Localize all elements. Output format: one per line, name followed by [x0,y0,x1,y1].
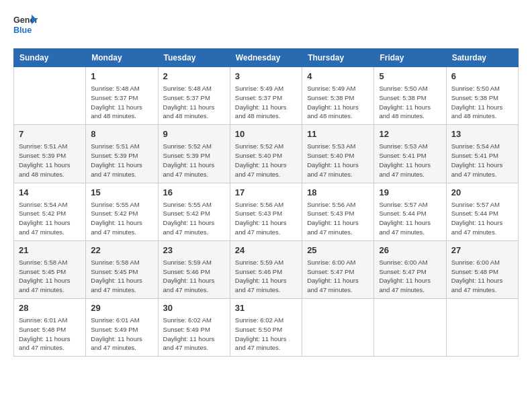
page-header: GeneralBlue [13,13,519,38]
day-number: 8 [91,128,152,140]
day-cell: 28Sunrise: 6:01 AM Sunset: 5:48 PM Dayli… [14,299,86,357]
col-header-monday: Monday [86,49,158,67]
day-cell: 26Sunrise: 6:00 AM Sunset: 5:47 PM Dayli… [374,240,446,298]
day-info: Sunrise: 5:59 AM Sunset: 5:46 PM Dayligh… [163,258,225,295]
day-cell: 14Sunrise: 5:54 AM Sunset: 5:42 PM Dayli… [14,183,86,240]
day-info: Sunrise: 5:52 AM Sunset: 5:40 PM Dayligh… [235,142,297,179]
day-cell [374,299,446,357]
day-info: Sunrise: 6:02 AM Sunset: 5:49 PM Dayligh… [163,316,225,353]
calendar-table: SundayMondayTuesdayWednesdayThursdayFrid… [13,48,519,357]
day-number: 29 [91,302,152,314]
day-cell: 22Sunrise: 5:58 AM Sunset: 5:45 PM Dayli… [86,240,158,298]
day-number: 26 [379,244,441,257]
day-info: Sunrise: 5:58 AM Sunset: 5:45 PM Dayligh… [91,258,152,295]
day-cell: 16Sunrise: 5:55 AM Sunset: 5:42 PM Dayli… [158,183,230,240]
day-number: 25 [307,244,369,257]
day-number: 1 [91,71,152,83]
day-info: Sunrise: 6:01 AM Sunset: 5:48 PM Dayligh… [19,316,81,353]
day-number: 5 [379,71,441,83]
day-cell: 30Sunrise: 6:02 AM Sunset: 5:49 PM Dayli… [158,299,230,357]
day-info: Sunrise: 5:55 AM Sunset: 5:42 PM Dayligh… [163,200,225,237]
day-number: 18 [307,187,369,199]
day-info: Sunrise: 5:56 AM Sunset: 5:43 PM Dayligh… [307,200,369,237]
day-number: 19 [379,187,441,199]
day-info: Sunrise: 5:48 AM Sunset: 5:37 PM Dayligh… [163,84,225,121]
day-number: 31 [235,302,297,314]
day-cell: 9Sunrise: 5:52 AM Sunset: 5:39 PM Daylig… [158,125,230,183]
col-header-saturday: Saturday [446,49,518,67]
day-number: 3 [235,71,297,83]
day-number: 2 [163,71,225,83]
day-cell: 31Sunrise: 6:02 AM Sunset: 5:50 PM Dayli… [230,299,302,357]
day-cell: 1Sunrise: 5:48 AM Sunset: 5:37 PM Daylig… [86,67,158,125]
day-cell: 20Sunrise: 5:57 AM Sunset: 5:44 PM Dayli… [446,183,518,240]
day-info: Sunrise: 5:53 AM Sunset: 5:40 PM Dayligh… [307,142,369,179]
day-info: Sunrise: 5:57 AM Sunset: 5:44 PM Dayligh… [451,200,513,237]
day-cell: 18Sunrise: 5:56 AM Sunset: 5:43 PM Dayli… [302,183,374,240]
day-cell: 6Sunrise: 5:50 AM Sunset: 5:38 PM Daylig… [446,67,518,125]
logo: GeneralBlue [13,13,38,38]
day-info: Sunrise: 6:00 AM Sunset: 5:48 PM Dayligh… [451,258,513,295]
day-number: 11 [307,128,369,140]
day-cell: 7Sunrise: 5:51 AM Sunset: 5:39 PM Daylig… [14,125,86,183]
day-number: 30 [163,302,225,314]
day-cell: 12Sunrise: 5:53 AM Sunset: 5:41 PM Dayli… [374,125,446,183]
day-cell: 4Sunrise: 5:49 AM Sunset: 5:38 PM Daylig… [302,67,374,125]
day-cell: 5Sunrise: 5:50 AM Sunset: 5:38 PM Daylig… [374,67,446,125]
day-cell: 17Sunrise: 5:56 AM Sunset: 5:43 PM Dayli… [230,183,302,240]
col-header-sunday: Sunday [14,49,86,67]
day-info: Sunrise: 5:53 AM Sunset: 5:41 PM Dayligh… [379,142,441,179]
day-number: 22 [91,244,152,257]
day-number: 21 [19,244,81,257]
col-header-friday: Friday [374,49,446,67]
day-cell: 23Sunrise: 5:59 AM Sunset: 5:46 PM Dayli… [158,240,230,298]
day-cell [14,67,86,125]
day-info: Sunrise: 5:50 AM Sunset: 5:38 PM Dayligh… [379,84,441,121]
day-info: Sunrise: 5:58 AM Sunset: 5:45 PM Dayligh… [19,258,81,295]
day-cell: 11Sunrise: 5:53 AM Sunset: 5:40 PM Dayli… [302,125,374,183]
day-cell: 27Sunrise: 6:00 AM Sunset: 5:48 PM Dayli… [446,240,518,298]
day-cell: 10Sunrise: 5:52 AM Sunset: 5:40 PM Dayli… [230,125,302,183]
day-info: Sunrise: 6:01 AM Sunset: 5:49 PM Dayligh… [91,316,152,353]
day-info: Sunrise: 5:49 AM Sunset: 5:38 PM Dayligh… [307,84,369,121]
week-row-3: 14Sunrise: 5:54 AM Sunset: 5:42 PM Dayli… [14,183,519,240]
week-row-4: 21Sunrise: 5:58 AM Sunset: 5:45 PM Dayli… [14,240,519,298]
day-info: Sunrise: 5:55 AM Sunset: 5:42 PM Dayligh… [91,200,152,237]
day-number: 24 [235,244,297,257]
day-cell [446,299,518,357]
col-header-thursday: Thursday [302,49,374,67]
day-number: 10 [235,128,297,140]
day-info: Sunrise: 6:00 AM Sunset: 5:47 PM Dayligh… [307,258,369,295]
day-cell: 29Sunrise: 6:01 AM Sunset: 5:49 PM Dayli… [86,299,158,357]
day-cell: 3Sunrise: 5:49 AM Sunset: 5:37 PM Daylig… [230,67,302,125]
day-number: 9 [163,128,225,140]
day-number: 28 [19,302,81,314]
day-number: 7 [19,128,81,140]
day-cell: 25Sunrise: 6:00 AM Sunset: 5:47 PM Dayli… [302,240,374,298]
week-row-5: 28Sunrise: 6:01 AM Sunset: 5:48 PM Dayli… [14,299,519,357]
day-info: Sunrise: 5:52 AM Sunset: 5:39 PM Dayligh… [163,142,225,179]
day-cell: 19Sunrise: 5:57 AM Sunset: 5:44 PM Dayli… [374,183,446,240]
col-header-tuesday: Tuesday [158,49,230,67]
day-number: 17 [235,187,297,199]
day-cell: 13Sunrise: 5:54 AM Sunset: 5:41 PM Dayli… [446,125,518,183]
day-info: Sunrise: 5:57 AM Sunset: 5:44 PM Dayligh… [379,200,441,237]
week-row-2: 7Sunrise: 5:51 AM Sunset: 5:39 PM Daylig… [14,125,519,183]
day-cell: 21Sunrise: 5:58 AM Sunset: 5:45 PM Dayli… [14,240,86,298]
day-cell [302,299,374,357]
day-info: Sunrise: 5:51 AM Sunset: 5:39 PM Dayligh… [19,142,81,179]
day-cell: 24Sunrise: 5:59 AM Sunset: 5:46 PM Dayli… [230,240,302,298]
week-row-1: 1Sunrise: 5:48 AM Sunset: 5:37 PM Daylig… [14,67,519,125]
day-info: Sunrise: 5:59 AM Sunset: 5:46 PM Dayligh… [235,258,297,295]
day-number: 20 [451,187,513,199]
col-header-wednesday: Wednesday [230,49,302,67]
day-cell: 8Sunrise: 5:51 AM Sunset: 5:39 PM Daylig… [86,125,158,183]
day-info: Sunrise: 6:02 AM Sunset: 5:50 PM Dayligh… [235,316,297,353]
day-number: 23 [163,244,225,257]
day-info: Sunrise: 5:54 AM Sunset: 5:42 PM Dayligh… [19,200,81,237]
day-number: 16 [163,187,225,199]
day-cell: 15Sunrise: 5:55 AM Sunset: 5:42 PM Dayli… [86,183,158,240]
day-info: Sunrise: 6:00 AM Sunset: 5:47 PM Dayligh… [379,258,441,295]
day-info: Sunrise: 5:50 AM Sunset: 5:38 PM Dayligh… [451,84,513,121]
day-info: Sunrise: 5:49 AM Sunset: 5:37 PM Dayligh… [235,84,297,121]
